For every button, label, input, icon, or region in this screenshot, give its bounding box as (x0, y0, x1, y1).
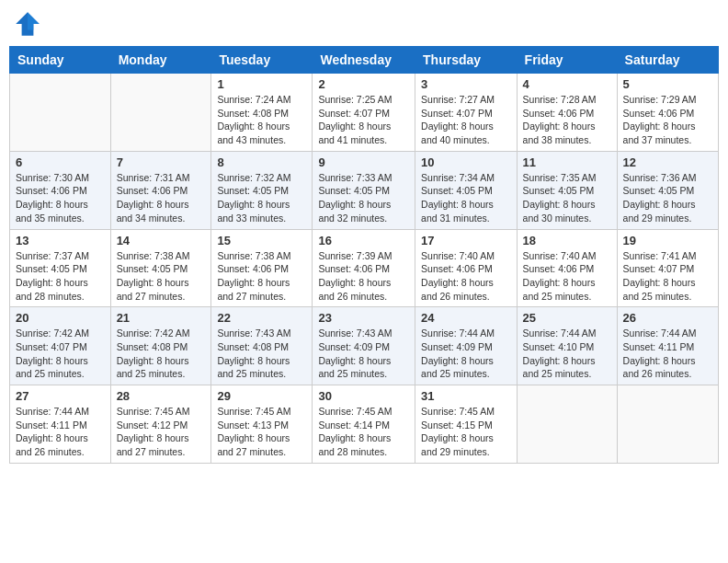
calendar-cell: 8Sunrise: 7:32 AMSunset: 4:05 PMDaylight… (211, 151, 313, 229)
day-header-friday: Friday (517, 47, 617, 74)
day-details: Sunrise: 7:31 AMSunset: 4:06 PMDaylight:… (117, 172, 190, 224)
day-number: 26 (623, 311, 712, 325)
calendar-cell: 20Sunrise: 7:42 AMSunset: 4:07 PMDayligh… (10, 307, 111, 385)
day-header-tuesday: Tuesday (211, 47, 313, 74)
calendar-cell: 5Sunrise: 7:29 AMSunset: 4:06 PMDaylight… (617, 74, 718, 152)
calendar-cell: 17Sunrise: 7:40 AMSunset: 4:06 PMDayligh… (415, 229, 518, 307)
calendar-cell: 13Sunrise: 7:37 AMSunset: 4:05 PMDayligh… (10, 229, 111, 307)
day-details: Sunrise: 7:38 AMSunset: 4:06 PMDaylight:… (217, 250, 290, 302)
day-details: Sunrise: 7:27 AMSunset: 4:07 PMDaylight:… (421, 94, 495, 145)
day-number: 10 (421, 155, 511, 169)
day-number: 27 (16, 389, 105, 403)
day-details: Sunrise: 7:36 AMSunset: 4:05 PMDaylight:… (623, 172, 697, 224)
day-number: 30 (318, 389, 409, 403)
day-number: 14 (117, 234, 206, 247)
day-number: 28 (117, 389, 206, 403)
calendar-week-5: 27Sunrise: 7:44 AMSunset: 4:11 PMDayligh… (10, 385, 719, 464)
day-header-sunday: Sunday (10, 47, 111, 74)
calendar-cell: 10Sunrise: 7:34 AMSunset: 4:05 PMDayligh… (415, 151, 518, 229)
day-number: 31 (421, 389, 511, 403)
day-details: Sunrise: 7:29 AMSunset: 4:06 PMDaylight:… (623, 94, 697, 145)
calendar-cell: 3Sunrise: 7:27 AMSunset: 4:07 PMDaylight… (415, 74, 518, 152)
calendar-cell: 23Sunrise: 7:43 AMSunset: 4:09 PMDayligh… (313, 307, 415, 385)
calendar-cell: 26Sunrise: 7:44 AMSunset: 4:11 PMDayligh… (617, 307, 718, 385)
calendar-cell: 22Sunrise: 7:43 AMSunset: 4:08 PMDayligh… (211, 307, 313, 385)
calendar-cell: 6Sunrise: 7:30 AMSunset: 4:06 PMDaylight… (10, 151, 111, 229)
day-number: 2 (318, 77, 409, 91)
svg-marker-1 (28, 12, 40, 29)
day-header-saturday: Saturday (617, 47, 718, 74)
day-header-monday: Monday (110, 47, 211, 74)
calendar-cell: 7Sunrise: 7:31 AMSunset: 4:06 PMDaylight… (110, 151, 211, 229)
calendar-cell (517, 385, 617, 464)
calendar-cell: 27Sunrise: 7:44 AMSunset: 4:11 PMDayligh… (10, 385, 111, 464)
day-details: Sunrise: 7:43 AMSunset: 4:09 PMDaylight:… (318, 327, 392, 379)
day-details: Sunrise: 7:30 AMSunset: 4:06 PMDaylight:… (16, 172, 89, 224)
day-number: 29 (217, 389, 306, 403)
calendar-cell: 9Sunrise: 7:33 AMSunset: 4:05 PMDaylight… (313, 151, 415, 229)
page-header (9, 9, 719, 39)
calendar-cell: 29Sunrise: 7:45 AMSunset: 4:13 PMDayligh… (211, 385, 313, 464)
calendar-cell (110, 74, 211, 152)
day-details: Sunrise: 7:44 AMSunset: 4:10 PMDaylight:… (523, 327, 597, 379)
day-number: 18 (523, 234, 611, 247)
day-details: Sunrise: 7:37 AMSunset: 4:05 PMDaylight:… (16, 250, 89, 302)
calendar-cell: 30Sunrise: 7:45 AMSunset: 4:14 PMDayligh… (313, 385, 415, 464)
calendar-week-1: 1Sunrise: 7:24 AMSunset: 4:08 PMDaylight… (10, 74, 719, 152)
calendar-week-2: 6Sunrise: 7:30 AMSunset: 4:06 PMDaylight… (10, 151, 719, 229)
calendar-cell: 14Sunrise: 7:38 AMSunset: 4:05 PMDayligh… (110, 229, 211, 307)
day-details: Sunrise: 7:45 AMSunset: 4:14 PMDaylight:… (318, 406, 392, 457)
day-number: 6 (16, 155, 105, 169)
day-header-thursday: Thursday (415, 47, 518, 74)
day-details: Sunrise: 7:41 AMSunset: 4:07 PMDaylight:… (623, 250, 697, 302)
day-number: 12 (623, 155, 712, 169)
calendar-cell: 18Sunrise: 7:40 AMSunset: 4:06 PMDayligh… (517, 229, 617, 307)
day-details: Sunrise: 7:42 AMSunset: 4:07 PMDaylight:… (16, 327, 89, 379)
day-details: Sunrise: 7:38 AMSunset: 4:05 PMDaylight:… (117, 250, 190, 302)
calendar-cell: 11Sunrise: 7:35 AMSunset: 4:05 PMDayligh… (517, 151, 617, 229)
calendar-header-row: SundayMondayTuesdayWednesdayThursdayFrid… (10, 47, 719, 74)
day-details: Sunrise: 7:44 AMSunset: 4:09 PMDaylight:… (421, 327, 495, 379)
day-details: Sunrise: 7:35 AMSunset: 4:05 PMDaylight:… (523, 172, 597, 224)
day-details: Sunrise: 7:45 AMSunset: 4:13 PMDaylight:… (217, 406, 290, 457)
day-header-wednesday: Wednesday (313, 47, 415, 74)
day-number: 20 (16, 311, 105, 325)
day-number: 13 (16, 234, 105, 247)
calendar-cell: 4Sunrise: 7:28 AMSunset: 4:06 PMDaylight… (517, 74, 617, 152)
calendar-cell: 25Sunrise: 7:44 AMSunset: 4:10 PMDayligh… (517, 307, 617, 385)
day-details: Sunrise: 7:28 AMSunset: 4:06 PMDaylight:… (523, 94, 597, 145)
calendar-cell: 1Sunrise: 7:24 AMSunset: 4:08 PMDaylight… (211, 74, 313, 152)
calendar-cell: 19Sunrise: 7:41 AMSunset: 4:07 PMDayligh… (617, 229, 718, 307)
day-details: Sunrise: 7:45 AMSunset: 4:15 PMDaylight:… (421, 406, 495, 457)
day-number: 3 (421, 77, 511, 91)
calendar-cell (617, 385, 718, 464)
day-number: 19 (623, 234, 712, 247)
day-details: Sunrise: 7:44 AMSunset: 4:11 PMDaylight:… (623, 327, 697, 379)
calendar-cell: 16Sunrise: 7:39 AMSunset: 4:06 PMDayligh… (313, 229, 415, 307)
day-number: 21 (117, 311, 206, 325)
calendar-week-4: 20Sunrise: 7:42 AMSunset: 4:07 PMDayligh… (10, 307, 719, 385)
calendar-cell: 15Sunrise: 7:38 AMSunset: 4:06 PMDayligh… (211, 229, 313, 307)
day-number: 1 (217, 77, 306, 91)
day-details: Sunrise: 7:40 AMSunset: 4:06 PMDaylight:… (523, 250, 597, 302)
calendar-cell: 28Sunrise: 7:45 AMSunset: 4:12 PMDayligh… (110, 385, 211, 464)
day-number: 9 (318, 155, 409, 169)
day-details: Sunrise: 7:34 AMSunset: 4:05 PMDaylight:… (421, 172, 495, 224)
day-details: Sunrise: 7:33 AMSunset: 4:05 PMDaylight:… (318, 172, 392, 224)
calendar-cell: 12Sunrise: 7:36 AMSunset: 4:05 PMDayligh… (617, 151, 718, 229)
day-number: 15 (217, 234, 306, 247)
day-details: Sunrise: 7:44 AMSunset: 4:11 PMDaylight:… (16, 406, 89, 457)
day-number: 7 (117, 155, 206, 169)
day-number: 25 (523, 311, 611, 325)
calendar-cell: 31Sunrise: 7:45 AMSunset: 4:15 PMDayligh… (415, 385, 518, 464)
day-details: Sunrise: 7:40 AMSunset: 4:06 PMDaylight:… (421, 250, 495, 302)
day-details: Sunrise: 7:32 AMSunset: 4:05 PMDaylight:… (217, 172, 290, 224)
day-number: 23 (318, 311, 409, 325)
day-number: 4 (523, 77, 611, 91)
day-details: Sunrise: 7:24 AMSunset: 4:08 PMDaylight:… (217, 94, 290, 145)
day-details: Sunrise: 7:39 AMSunset: 4:06 PMDaylight:… (318, 250, 392, 302)
day-number: 22 (217, 311, 306, 325)
day-details: Sunrise: 7:45 AMSunset: 4:12 PMDaylight:… (117, 406, 190, 457)
day-number: 24 (421, 311, 511, 325)
day-number: 16 (318, 234, 409, 247)
